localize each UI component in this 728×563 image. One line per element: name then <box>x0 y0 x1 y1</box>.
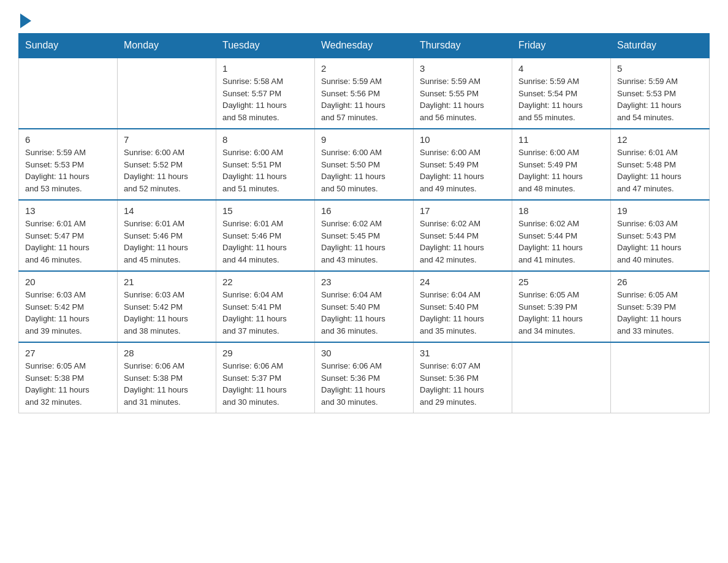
day-number: 1 <box>222 63 308 74</box>
day-info: Sunrise: 6:03 AM Sunset: 5:43 PM Dayligh… <box>617 218 703 266</box>
calendar-cell: 3Sunrise: 5:59 AM Sunset: 5:55 PM Daylig… <box>414 58 512 129</box>
calendar-cell: 16Sunrise: 6:02 AM Sunset: 5:45 PM Dayli… <box>315 200 414 271</box>
calendar-cell: 31Sunrise: 6:07 AM Sunset: 5:36 PM Dayli… <box>414 342 512 413</box>
calendar-cell: 15Sunrise: 6:01 AM Sunset: 5:46 PM Dayli… <box>216 200 315 271</box>
calendar-cell: 6Sunrise: 5:59 AM Sunset: 5:53 PM Daylig… <box>19 129 118 200</box>
logo-arrow-icon <box>20 13 31 28</box>
day-info: Sunrise: 6:01 AM Sunset: 5:47 PM Dayligh… <box>25 218 111 266</box>
calendar-cell: 14Sunrise: 6:01 AM Sunset: 5:46 PM Dayli… <box>118 200 216 271</box>
calendar-cell: 7Sunrise: 6:00 AM Sunset: 5:52 PM Daylig… <box>118 129 216 200</box>
day-number: 18 <box>518 205 604 216</box>
day-number: 7 <box>124 134 210 145</box>
day-info: Sunrise: 6:02 AM Sunset: 5:45 PM Dayligh… <box>321 218 407 266</box>
day-info: Sunrise: 6:00 AM Sunset: 5:49 PM Dayligh… <box>518 147 604 194</box>
weekday-header-saturday: Saturday <box>611 34 710 58</box>
calendar-cell: 18Sunrise: 6:02 AM Sunset: 5:44 PM Dayli… <box>512 200 611 271</box>
weekday-header-wednesday: Wednesday <box>315 34 414 58</box>
calendar-cell: 25Sunrise: 6:05 AM Sunset: 5:39 PM Dayli… <box>512 271 611 342</box>
day-info: Sunrise: 6:02 AM Sunset: 5:44 PM Dayligh… <box>518 218 604 266</box>
calendar-week-row: 6Sunrise: 5:59 AM Sunset: 5:53 PM Daylig… <box>19 129 710 200</box>
day-number: 19 <box>617 205 703 216</box>
day-number: 17 <box>420 205 506 216</box>
day-info: Sunrise: 6:01 AM Sunset: 5:48 PM Dayligh… <box>617 147 703 194</box>
day-info: Sunrise: 6:00 AM Sunset: 5:52 PM Dayligh… <box>124 147 210 194</box>
day-number: 20 <box>25 277 111 287</box>
calendar-cell: 4Sunrise: 5:59 AM Sunset: 5:54 PM Daylig… <box>512 58 611 129</box>
weekday-header-monday: Monday <box>118 34 216 58</box>
calendar-cell: 23Sunrise: 6:04 AM Sunset: 5:40 PM Dayli… <box>315 271 414 342</box>
calendar-cell: 5Sunrise: 5:59 AM Sunset: 5:53 PM Daylig… <box>611 58 710 129</box>
calendar-cell: 22Sunrise: 6:04 AM Sunset: 5:41 PM Dayli… <box>216 271 315 342</box>
page-header <box>18 12 710 27</box>
day-info: Sunrise: 6:05 AM Sunset: 5:39 PM Dayligh… <box>617 289 703 337</box>
day-info: Sunrise: 6:06 AM Sunset: 5:36 PM Dayligh… <box>321 360 407 408</box>
calendar-week-row: 1Sunrise: 5:58 AM Sunset: 5:57 PM Daylig… <box>19 58 710 129</box>
calendar-cell: 19Sunrise: 6:03 AM Sunset: 5:43 PM Dayli… <box>611 200 710 271</box>
calendar-cell: 28Sunrise: 6:06 AM Sunset: 5:38 PM Dayli… <box>118 342 216 413</box>
day-info: Sunrise: 6:03 AM Sunset: 5:42 PM Dayligh… <box>124 289 210 337</box>
day-info: Sunrise: 5:59 AM Sunset: 5:56 PM Dayligh… <box>321 75 407 123</box>
day-number: 2 <box>321 63 407 74</box>
weekday-header-row: SundayMondayTuesdayWednesdayThursdayFrid… <box>19 34 710 58</box>
day-number: 22 <box>222 277 308 287</box>
day-info: Sunrise: 6:05 AM Sunset: 5:39 PM Dayligh… <box>518 289 604 337</box>
calendar-cell: 21Sunrise: 6:03 AM Sunset: 5:42 PM Dayli… <box>118 271 216 342</box>
calendar-cell: 2Sunrise: 5:59 AM Sunset: 5:56 PM Daylig… <box>315 58 414 129</box>
day-number: 27 <box>25 348 111 358</box>
calendar-cell: 8Sunrise: 6:00 AM Sunset: 5:51 PM Daylig… <box>216 129 315 200</box>
day-number: 16 <box>321 205 407 216</box>
day-number: 9 <box>321 134 407 145</box>
day-info: Sunrise: 6:04 AM Sunset: 5:40 PM Dayligh… <box>420 289 506 337</box>
day-number: 14 <box>124 205 210 216</box>
weekday-header-friday: Friday <box>512 34 611 58</box>
calendar-cell: 24Sunrise: 6:04 AM Sunset: 5:40 PM Dayli… <box>414 271 512 342</box>
day-number: 15 <box>222 205 308 216</box>
day-info: Sunrise: 5:59 AM Sunset: 5:53 PM Dayligh… <box>25 147 111 194</box>
calendar-week-row: 13Sunrise: 6:01 AM Sunset: 5:47 PM Dayli… <box>19 200 710 271</box>
day-number: 5 <box>617 63 703 74</box>
calendar-cell: 10Sunrise: 6:00 AM Sunset: 5:49 PM Dayli… <box>414 129 512 200</box>
day-info: Sunrise: 6:04 AM Sunset: 5:40 PM Dayligh… <box>321 289 407 337</box>
day-info: Sunrise: 6:01 AM Sunset: 5:46 PM Dayligh… <box>222 218 308 266</box>
day-number: 3 <box>420 63 506 74</box>
calendar-table: SundayMondayTuesdayWednesdayThursdayFrid… <box>18 33 710 413</box>
day-number: 23 <box>321 277 407 287</box>
day-number: 21 <box>124 277 210 287</box>
day-number: 29 <box>222 348 308 358</box>
calendar-cell: 17Sunrise: 6:02 AM Sunset: 5:44 PM Dayli… <box>414 200 512 271</box>
day-info: Sunrise: 6:06 AM Sunset: 5:38 PM Dayligh… <box>124 360 210 408</box>
day-info: Sunrise: 6:06 AM Sunset: 5:37 PM Dayligh… <box>222 360 308 408</box>
day-info: Sunrise: 5:59 AM Sunset: 5:54 PM Dayligh… <box>518 75 604 123</box>
calendar-cell: 26Sunrise: 6:05 AM Sunset: 5:39 PM Dayli… <box>611 271 710 342</box>
day-info: Sunrise: 6:00 AM Sunset: 5:50 PM Dayligh… <box>321 147 407 194</box>
day-number: 30 <box>321 348 407 358</box>
day-info: Sunrise: 6:07 AM Sunset: 5:36 PM Dayligh… <box>420 360 506 408</box>
calendar-week-row: 27Sunrise: 6:05 AM Sunset: 5:38 PM Dayli… <box>19 342 710 413</box>
day-number: 13 <box>25 205 111 216</box>
calendar-cell <box>19 58 118 129</box>
logo <box>18 12 31 27</box>
day-number: 4 <box>518 63 604 74</box>
calendar-cell: 29Sunrise: 6:06 AM Sunset: 5:37 PM Dayli… <box>216 342 315 413</box>
day-number: 28 <box>124 348 210 358</box>
day-number: 12 <box>617 134 703 145</box>
calendar-cell: 20Sunrise: 6:03 AM Sunset: 5:42 PM Dayli… <box>19 271 118 342</box>
calendar-cell: 13Sunrise: 6:01 AM Sunset: 5:47 PM Dayli… <box>19 200 118 271</box>
calendar-cell <box>512 342 611 413</box>
day-info: Sunrise: 5:59 AM Sunset: 5:55 PM Dayligh… <box>420 75 506 123</box>
calendar-cell <box>611 342 710 413</box>
day-info: Sunrise: 6:00 AM Sunset: 5:51 PM Dayligh… <box>222 147 308 194</box>
calendar-week-row: 20Sunrise: 6:03 AM Sunset: 5:42 PM Dayli… <box>19 271 710 342</box>
calendar-cell: 11Sunrise: 6:00 AM Sunset: 5:49 PM Dayli… <box>512 129 611 200</box>
day-number: 31 <box>420 348 506 358</box>
weekday-header-thursday: Thursday <box>414 34 512 58</box>
weekday-header-sunday: Sunday <box>19 34 118 58</box>
day-number: 10 <box>420 134 506 145</box>
day-info: Sunrise: 5:59 AM Sunset: 5:53 PM Dayligh… <box>617 75 703 123</box>
day-info: Sunrise: 6:04 AM Sunset: 5:41 PM Dayligh… <box>222 289 308 337</box>
day-info: Sunrise: 5:58 AM Sunset: 5:57 PM Dayligh… <box>222 75 308 123</box>
day-number: 8 <box>222 134 308 145</box>
day-info: Sunrise: 6:05 AM Sunset: 5:38 PM Dayligh… <box>25 360 111 408</box>
day-number: 24 <box>420 277 506 287</box>
day-info: Sunrise: 6:01 AM Sunset: 5:46 PM Dayligh… <box>124 218 210 266</box>
